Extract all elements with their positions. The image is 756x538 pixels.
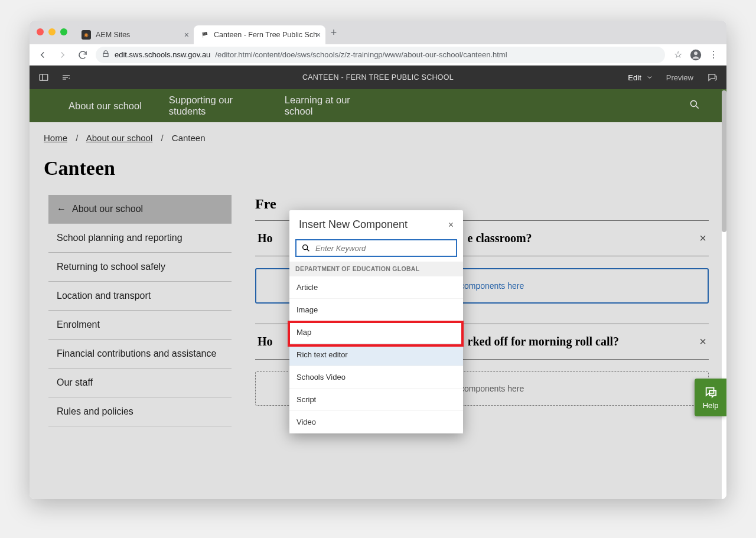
chevron-down-icon xyxy=(646,74,653,81)
sidenav-current[interactable]: About our school xyxy=(48,195,232,224)
sidenav-item[interactable]: Location and transport xyxy=(48,282,232,311)
svg-point-1 xyxy=(694,51,698,55)
page-info-icon[interactable] xyxy=(60,71,72,83)
close-tab-icon[interactable]: × xyxy=(316,30,321,40)
component-search-input[interactable] xyxy=(315,244,451,253)
favicon-icon: ◉ xyxy=(82,30,91,40)
layer-mode-dropdown[interactable]: Edit xyxy=(628,73,653,82)
scrollbar-thumb[interactable] xyxy=(722,90,726,232)
component-option-script[interactable]: Script xyxy=(289,389,463,411)
profile-icon[interactable] xyxy=(689,48,703,62)
browser-tab-aem-sites[interactable]: ◉ AEM Sites × xyxy=(76,25,194,44)
sidenav-item[interactable]: Returning to school safely xyxy=(48,253,232,282)
forward-button[interactable] xyxy=(56,48,70,62)
help-label: Help xyxy=(703,401,719,410)
lock-icon xyxy=(102,50,110,60)
maximize-window-icon[interactable] xyxy=(60,28,67,35)
svg-rect-2 xyxy=(40,74,48,81)
url-host: edit.sws.schools.nsw.gov.au xyxy=(115,50,210,59)
sidenav-item[interactable]: School planning and reporting xyxy=(48,224,232,253)
window-controls xyxy=(37,28,67,35)
section-side-nav: About our school School planning and rep… xyxy=(48,195,232,426)
browser-window: ◉ AEM Sites × 🏴 Canteen - Fern Tree Publ… xyxy=(30,21,726,499)
aem-editor-toolbar: CANTEEN - FERN TREE PUBLIC SCHOOL Edit P… xyxy=(30,66,726,89)
collapse-icon[interactable]: × xyxy=(699,335,706,348)
help-tab[interactable]: Help xyxy=(695,379,726,416)
nav-about-our-school[interactable]: About our school xyxy=(69,100,142,112)
primary-nav: About our school Supporting our students… xyxy=(30,89,726,122)
browser-toolbar: edit.sws.schools.nsw.gov.au/editor.html/… xyxy=(30,44,726,66)
component-option-article[interactable]: Article xyxy=(289,276,463,299)
search-icon xyxy=(301,243,311,253)
aem-page-title: CANTEEN - FERN TREE PUBLIC SCHOOL xyxy=(302,73,454,81)
sidenav-item[interactable]: Rules and policies xyxy=(48,397,232,426)
nav-learning-at-school[interactable]: Learning at our school xyxy=(285,94,373,117)
kebab-menu-icon[interactable]: ⋮ xyxy=(706,48,721,62)
component-search-field[interactable] xyxy=(295,239,457,257)
sidenav-item[interactable]: Our staff xyxy=(48,369,232,397)
side-panel-toggle-icon[interactable] xyxy=(38,71,50,83)
breadcrumb: Home / About our school / Canteen xyxy=(30,122,726,149)
breadcrumb-section[interactable]: About our school xyxy=(86,133,153,143)
close-window-icon[interactable] xyxy=(37,28,44,35)
bookmark-star-icon[interactable]: ☆ xyxy=(671,48,685,62)
address-bar[interactable]: edit.sws.schools.nsw.gov.au/editor.html/… xyxy=(96,47,665,63)
breadcrumb-current: Canteen xyxy=(172,133,206,143)
browser-tabbar: ◉ AEM Sites × 🏴 Canteen - Fern Tree Publ… xyxy=(30,21,726,44)
faq-heading: Fre xyxy=(255,196,709,212)
svg-point-4 xyxy=(69,78,70,79)
url-path: /editor.html/content/doe/sws/schools/z/z… xyxy=(215,50,507,59)
back-button[interactable] xyxy=(35,48,50,62)
component-option-schools-video[interactable]: Schools Video xyxy=(289,366,463,389)
tab-title: Canteen - Fern Tree Public Sch xyxy=(214,31,317,39)
nav-supporting-students[interactable]: Supporting our students xyxy=(169,94,258,117)
component-list: Article Image Map Rich text editor Schoo… xyxy=(289,276,463,433)
annotate-icon[interactable] xyxy=(706,71,718,83)
breadcrumb-home[interactable]: Home xyxy=(44,133,67,143)
component-option-image[interactable]: Image xyxy=(289,299,463,321)
component-option-map[interactable]: Map xyxy=(289,321,463,344)
chat-icon xyxy=(704,386,717,399)
page-title: Canteen xyxy=(30,149,726,195)
svg-line-8 xyxy=(307,249,309,251)
search-icon[interactable] xyxy=(689,99,700,113)
component-group-label: DEPARTMENT OF EDUCATION GLOBAL xyxy=(289,262,463,276)
component-option-video[interactable]: Video xyxy=(289,411,463,433)
component-option-rich-text-editor[interactable]: Rich text editor xyxy=(289,344,463,366)
svg-point-7 xyxy=(303,245,308,250)
svg-point-5 xyxy=(690,100,696,106)
close-icon[interactable]: × xyxy=(448,220,454,230)
sidenav-item[interactable]: Financial contributions and assistance xyxy=(48,340,232,369)
browser-tab-canteen[interactable]: 🏴 Canteen - Fern Tree Public Sch × xyxy=(194,25,325,44)
minimize-window-icon[interactable] xyxy=(48,28,56,35)
favicon-icon: 🏴 xyxy=(200,30,209,40)
close-tab-icon[interactable]: × xyxy=(184,30,189,40)
preview-button[interactable]: Preview xyxy=(666,73,693,82)
sidenav-item[interactable]: Enrolment xyxy=(48,311,232,340)
tab-title: AEM Sites xyxy=(96,31,130,39)
collapse-icon[interactable]: × xyxy=(699,231,706,245)
svg-line-6 xyxy=(696,106,699,109)
browser-viewport: CANTEEN - FERN TREE PUBLIC SCHOOL Edit P… xyxy=(30,66,726,499)
dialog-title: Insert New Component xyxy=(299,219,408,231)
new-tab-button[interactable]: + xyxy=(325,27,342,39)
insert-component-dialog: Insert New Component × DEPARTMENT OF EDU… xyxy=(289,210,463,433)
reload-button[interactable] xyxy=(76,48,90,62)
